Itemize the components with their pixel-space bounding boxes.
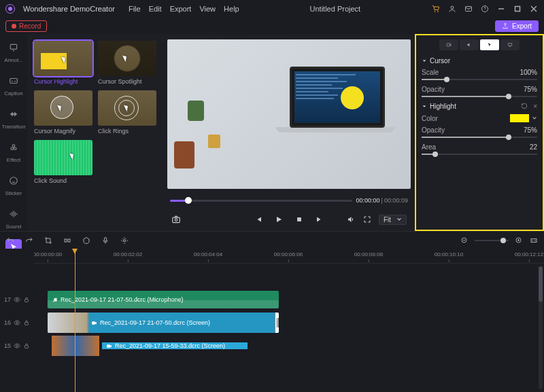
track-row-video1: Rec_2021-09-17 21-07-50.dcrc (Screen) bbox=[34, 311, 544, 334]
track-head-16[interactable]: 16 bbox=[0, 311, 34, 334]
track-area[interactable]: 00:00:00:00 00:00:02:02 00:00:04:04 00:0… bbox=[34, 249, 544, 392]
cursor-section-head[interactable]: Cursor bbox=[422, 57, 537, 65]
svg-point-1 bbox=[438, 12, 439, 12]
mic-icon[interactable] bbox=[101, 236, 110, 245]
scale-slider[interactable] bbox=[422, 79, 537, 80]
fullscreen-icon[interactable] bbox=[362, 215, 372, 224]
svg-rect-15 bbox=[173, 217, 180, 223]
highlight-section-head[interactable]: Highlight × bbox=[422, 103, 537, 110]
clip-handle[interactable] bbox=[275, 313, 279, 333]
help-icon[interactable] bbox=[480, 4, 490, 14]
clip-video1[interactable]: Rec_2021-09-17 21-07-50.dcrc (Screen) bbox=[48, 313, 279, 333]
export-button[interactable]: Export bbox=[495, 20, 539, 32]
effect-click-sound[interactable]: Click Sound bbox=[34, 140, 92, 184]
sidebar-item-transition[interactable]: Transition bbox=[2, 106, 26, 130]
lock-icon[interactable] bbox=[23, 296, 30, 303]
next-icon[interactable] bbox=[315, 215, 324, 224]
play-icon[interactable] bbox=[274, 215, 284, 224]
user-icon[interactable] bbox=[447, 4, 457, 14]
app-logo-icon bbox=[5, 4, 15, 14]
track-head-17[interactable]: 17 bbox=[0, 288, 34, 311]
effect-click-rings[interactable]: Click Rings bbox=[98, 90, 156, 135]
h-opacity-label: Opacity bbox=[422, 126, 445, 134]
minimize-icon[interactable] bbox=[496, 4, 506, 14]
fit-timeline-icon[interactable] bbox=[529, 236, 539, 245]
menu-file[interactable]: File bbox=[129, 5, 141, 13]
menu-help[interactable]: Help bbox=[224, 5, 239, 13]
menu-edit[interactable]: Edit bbox=[149, 5, 162, 13]
books-decor bbox=[174, 141, 194, 168]
cart-icon[interactable] bbox=[431, 4, 441, 14]
volume-icon[interactable] bbox=[346, 215, 356, 224]
h-opacity-slider[interactable] bbox=[422, 137, 537, 138]
opacity-value: 75% bbox=[524, 86, 537, 93]
lock-icon[interactable] bbox=[23, 342, 30, 349]
eye-icon[interactable] bbox=[14, 319, 20, 326]
svg-rect-26 bbox=[531, 238, 537, 242]
vertical-scrollbar[interactable] bbox=[539, 266, 543, 389]
sidebar-item-sticker[interactable]: Sticker bbox=[5, 173, 22, 196]
close-section-icon[interactable]: × bbox=[533, 103, 537, 110]
record-button[interactable]: Record bbox=[5, 20, 47, 32]
maximize-icon[interactable] bbox=[513, 4, 522, 14]
sidebar-item-sound[interactable]: Sound bbox=[5, 206, 22, 230]
preview-area: × 00:00:00|00:00:09 Fit bbox=[163, 34, 415, 231]
message-icon[interactable] bbox=[464, 4, 473, 14]
zoom-in-icon[interactable] bbox=[514, 236, 524, 245]
svg-rect-36 bbox=[107, 344, 110, 348]
effect-cursor-magnify[interactable]: Cursor Magnify bbox=[34, 90, 92, 135]
time-ruler[interactable]: 00:00:00:00 00:00:02:02 00:00:04:04 00:0… bbox=[34, 249, 544, 264]
zoom-out-icon[interactable] bbox=[460, 236, 469, 245]
effect-cursor-highlight[interactable]: Cursor Highlight bbox=[34, 41, 92, 85]
close-icon[interactable] bbox=[529, 4, 539, 14]
opacity-label: Opacity bbox=[422, 86, 445, 93]
clip-video2[interactable]: Rec_2021-09-17 15-59-33.dcrc (Screen) bbox=[48, 336, 252, 356]
scale-label: Scale bbox=[422, 69, 439, 76]
sidebar-item-annot[interactable]: Annot... bbox=[4, 39, 23, 63]
svg-point-12 bbox=[11, 147, 13, 150]
menu-export[interactable]: Export bbox=[170, 5, 192, 13]
redo-icon[interactable] bbox=[24, 236, 34, 245]
svg-point-23 bbox=[124, 239, 126, 241]
sticker-icon bbox=[9, 176, 18, 185]
prop-tab-cursor[interactable] bbox=[480, 39, 499, 50]
prop-tab-audio[interactable] bbox=[460, 39, 479, 50]
menu-view[interactable]: View bbox=[199, 5, 216, 13]
annotation-icon bbox=[9, 43, 18, 52]
sidebar-item-effect[interactable]: Effect bbox=[5, 139, 22, 163]
eye-icon[interactable] bbox=[14, 296, 20, 303]
clip-audio[interactable]: Rec_2021-09-17 21-07-50.dcrc (Microphone… bbox=[48, 291, 279, 308]
stop-icon[interactable] bbox=[294, 215, 304, 224]
sidebar-item-caption[interactable]: Caption bbox=[4, 73, 23, 96]
snapshot-icon[interactable] bbox=[171, 215, 181, 224]
lock-icon[interactable] bbox=[23, 319, 30, 326]
zoom-slider[interactable] bbox=[475, 240, 509, 241]
playhead[interactable] bbox=[75, 249, 75, 392]
split-icon[interactable] bbox=[63, 236, 72, 245]
properties-panel: Cursor Scale100% Opacity75% Highlight × … bbox=[415, 34, 544, 231]
svg-rect-35 bbox=[92, 321, 95, 325]
prop-tab-screen[interactable] bbox=[500, 39, 520, 50]
effect-cursor-spotlight[interactable]: Cursor Spotlight bbox=[98, 41, 156, 85]
track-row-video2: Rec_2021-09-17 15-59-33.dcrc (Screen) bbox=[34, 334, 544, 357]
app-name: Wondershare DemoCreator bbox=[23, 5, 115, 13]
fit-select[interactable]: Fit bbox=[379, 215, 407, 225]
crop-icon[interactable] bbox=[44, 236, 53, 245]
prop-tabs bbox=[422, 39, 537, 50]
project-title: Untitled Project bbox=[248, 5, 423, 13]
svg-rect-9 bbox=[10, 44, 16, 49]
eye-icon[interactable] bbox=[14, 342, 20, 349]
chevron-down-icon bbox=[532, 115, 537, 121]
track-head-15[interactable]: 15 bbox=[0, 334, 34, 357]
marker-icon[interactable] bbox=[82, 236, 91, 245]
gear-icon[interactable] bbox=[120, 236, 129, 245]
reset-icon[interactable] bbox=[521, 103, 528, 110]
seek-slider[interactable] bbox=[170, 200, 352, 202]
prev-icon[interactable] bbox=[254, 215, 263, 224]
undo-icon[interactable] bbox=[5, 236, 15, 245]
opacity-slider[interactable] bbox=[422, 96, 537, 97]
preview-viewport[interactable] bbox=[167, 39, 411, 189]
color-picker[interactable] bbox=[510, 114, 537, 122]
area-slider[interactable] bbox=[422, 154, 537, 155]
prop-tab-video[interactable] bbox=[439, 39, 458, 50]
